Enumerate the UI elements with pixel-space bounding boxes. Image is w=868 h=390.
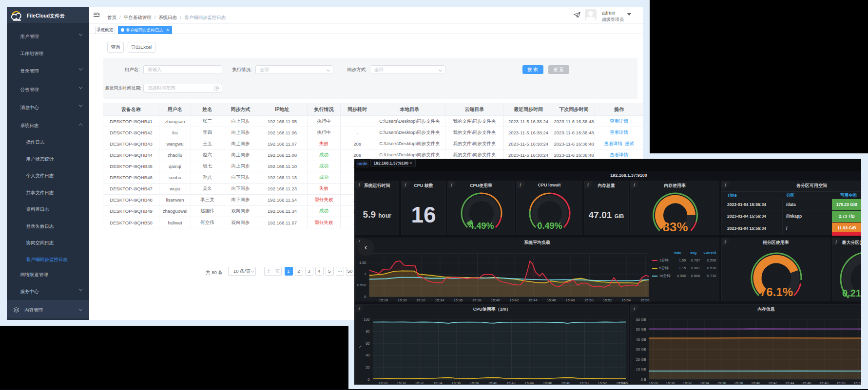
svg-text:0.49%: 0.49%: [537, 221, 562, 231]
svg-text:76.1%: 76.1%: [759, 285, 792, 298]
svg-text:4.49%: 4.49%: [469, 221, 494, 231]
svg-text:83%: 83%: [662, 220, 688, 234]
